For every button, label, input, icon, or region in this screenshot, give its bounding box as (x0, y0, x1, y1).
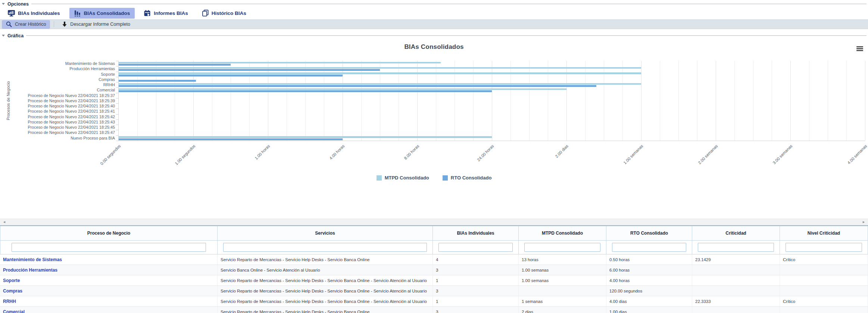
column-header-servicios[interactable]: Servicios (218, 226, 433, 240)
x-tick-label: 8.00 horas (403, 144, 420, 160)
bar-chart-icon (74, 10, 81, 16)
bias-consolidados-chart: BIAs Consolidados Procesos de Negocio Ma… (0, 38, 868, 219)
chart-menu-hamburger-icon[interactable] (856, 46, 863, 52)
scroll-right-arrow-icon[interactable]: ► (862, 219, 865, 225)
chart-legend: MTPD ConsolidadoRTO Consolidado (0, 175, 868, 181)
tab-informes-bias[interactable]: Informes BIAs (139, 8, 193, 19)
plot-area (118, 61, 865, 141)
table-row[interactable]: ComprasServicio Reparto de Mercancias - … (0, 286, 868, 296)
bar-mtpd-consolidado (119, 136, 492, 138)
column-header-mtpd-consolidado[interactable]: MTPD Consolidado (519, 226, 606, 240)
gridline (697, 61, 697, 141)
x-tick-label: 0.00 segundos (99, 144, 122, 166)
collapse-caret-icon[interactable] (2, 3, 5, 5)
category-label: Proceso de Negocio Nuevo 22/04/2021 18:2… (0, 119, 115, 125)
table-body: Mantenimiento de SistemasServicio Repart… (0, 254, 868, 313)
category-label: Proceso de Negocio Nuevo 22/04/2021 18:2… (0, 130, 115, 135)
bar-rto-consolidado (119, 90, 492, 92)
section-divider (31, 4, 867, 4)
y-axis-tick (116, 66, 119, 66)
gridline (753, 61, 753, 141)
table-row[interactable]: RRHHServicio Reparto de Mercancias - Ser… (0, 296, 868, 307)
gridline (772, 61, 772, 141)
bias-table: Proceso de NegocioServiciosBIAs Individu… (0, 225, 868, 313)
table-cell: 22.3333 (692, 296, 780, 306)
clipboard-icon (202, 10, 209, 16)
table-cell: Crítico (780, 296, 868, 306)
table-cell (519, 286, 606, 296)
filter-input-criticidad[interactable] (698, 243, 774, 252)
tab-label: Histórico BIAs (212, 10, 246, 16)
collapse-caret-icon[interactable] (2, 35, 5, 37)
calendar-cursor-icon (144, 10, 151, 16)
grafica-section-header: Gráfica (0, 32, 868, 38)
column-header-rto-consolidado[interactable]: RTO Consolidado (606, 226, 692, 240)
bar-rto-consolidado (119, 80, 196, 82)
table-header-row: Proceso de NegocioServiciosBIAs Individu… (0, 226, 868, 241)
table-row[interactable]: Producción HerramientasServicio Banca On… (0, 265, 868, 275)
gridline (809, 61, 809, 141)
table-cell (692, 307, 780, 313)
bar-mtpd-consolidado (119, 72, 641, 74)
filter-input-proceso-de-negocio[interactable] (12, 243, 206, 252)
table-cell: 1.00 semanas (519, 275, 606, 285)
process-link[interactable]: Compras (0, 286, 218, 296)
table-cell: Servicio Reparto de Mercancias - Servici… (218, 307, 433, 313)
y-axis-tick (116, 130, 119, 130)
legend-item-rto-consolidado[interactable]: RTO Consolidado (443, 175, 492, 181)
bar-rto-consolidado (119, 75, 343, 76)
grafica-title: Gráfica (7, 33, 24, 38)
process-link[interactable]: Comercial (0, 307, 218, 313)
table-cell: 1 semanas (519, 296, 606, 306)
chart-title: BIAs Consolidados (0, 43, 868, 51)
filter-input-bias-individuales[interactable] (438, 243, 513, 252)
legend-swatch (443, 175, 448, 181)
tab-bias-individuales[interactable]: BIAs Individuales (3, 8, 65, 19)
column-header-criticidad[interactable]: Criticidad (692, 226, 780, 240)
legend-item-mtpd-consolidado[interactable]: MTPD Consolidado (377, 175, 429, 181)
download-arrow-icon (62, 22, 67, 27)
process-link[interactable]: RRHH (0, 296, 218, 306)
tab-histórico-bias[interactable]: Histórico BIAs (197, 7, 251, 19)
monitor-chart-icon (8, 10, 15, 16)
x-tick-label: 2.00 dias (554, 144, 569, 159)
scroll-left-arrow-icon[interactable]: ◄ (3, 219, 6, 225)
filter-cell (780, 241, 868, 254)
filter-cell (0, 241, 218, 254)
table-row[interactable]: ComercialServicio Reparto de Mercancias … (0, 307, 868, 313)
filter-cell (218, 241, 433, 254)
table-row[interactable]: Mantenimiento de SistemasServicio Repart… (0, 254, 868, 265)
gridline (734, 61, 735, 141)
process-link[interactable]: Mantenimiento de Sistemas (0, 254, 218, 265)
table-row[interactable]: SoporteServicio Reparto de Mercancias - … (0, 275, 868, 286)
filter-input-mtpd-consolidado[interactable] (524, 243, 600, 252)
filter-input-rto-consolidado[interactable] (612, 243, 686, 252)
filter-input-servicios[interactable] (223, 243, 427, 252)
filter-cell (606, 241, 692, 254)
table-cell (780, 265, 868, 275)
column-header-nivel-criticidad[interactable]: Nivel Criticidad (780, 226, 868, 240)
tab-label: Informes BIAs (154, 10, 188, 16)
horizontal-scrollbar[interactable]: ◄ ► (0, 219, 868, 225)
y-axis-tick (116, 125, 119, 125)
toolbar-button-descargar-informe-completo[interactable]: Descargar Informe Completo (58, 20, 134, 29)
y-axis-tick (116, 61, 119, 61)
toolbar-button-label: Descargar Informe Completo (70, 22, 130, 27)
category-label: Proceso de Negocio Nuevo 22/04/2021 18:2… (0, 103, 115, 109)
filter-cell (519, 241, 606, 254)
process-link[interactable]: Soporte (0, 275, 218, 285)
category-label: Nuevo Proceso para BIA (0, 135, 115, 141)
table-cell: 4.00 horas (606, 275, 692, 285)
column-header-bias-individuales[interactable]: BIAs Individuales (433, 226, 519, 240)
y-axis-tick (116, 72, 119, 72)
process-link[interactable]: Producción Herramientas (0, 265, 218, 275)
column-header-proceso-de-negocio[interactable]: Proceso de Negocio (0, 226, 218, 240)
category-label: Proceso de Negocio Nuevo 22/04/2021 18:2… (0, 114, 115, 119)
tab-bias-consolidados[interactable]: BIAs Consolidados (69, 8, 135, 19)
table-cell: Crítico (780, 254, 868, 265)
toolbar-button-crear-histórico[interactable]: Crear Histórico (2, 20, 50, 29)
table-cell: Servicio Reparto de Mercancias - Servici… (218, 296, 433, 306)
filter-input-nivel-criticidad[interactable] (786, 243, 862, 252)
table-cell (780, 286, 868, 296)
gridline (678, 61, 679, 141)
